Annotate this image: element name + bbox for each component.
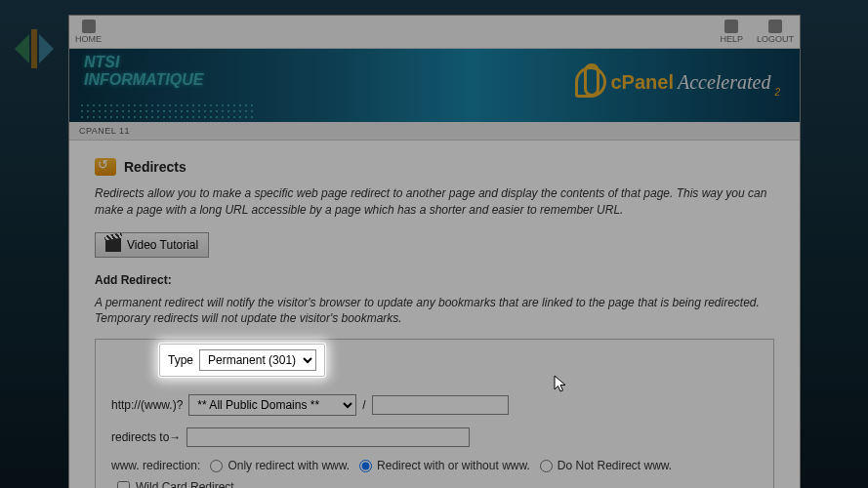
www-radio-both[interactable] bbox=[359, 460, 372, 472]
redirect-type-select[interactable]: Permanent (301) bbox=[199, 349, 316, 371]
domain-row: http://(www.)? ** All Public Domains ** … bbox=[111, 394, 758, 416]
cpanel-logo-icon bbox=[575, 66, 606, 98]
banner-title: NTSI INFORMATIQUE bbox=[84, 54, 203, 88]
page-intro: Redirects allow you to make a specific w… bbox=[95, 185, 774, 219]
top-nav: HOME HELP LOGOUT bbox=[69, 16, 800, 49]
www-option-none[interactable]: Do Not Redirect www. bbox=[540, 459, 672, 472]
path-input[interactable] bbox=[372, 395, 509, 415]
dest-label: redirects to→ bbox=[111, 430, 181, 444]
nav-home-label: HOME bbox=[75, 34, 102, 44]
nav-logout-label: LOGOUT bbox=[757, 34, 794, 44]
clapperboard-icon bbox=[105, 238, 121, 252]
destination-input[interactable] bbox=[186, 427, 470, 447]
page-title: Redirects bbox=[124, 159, 186, 175]
type-label: Type bbox=[168, 353, 193, 367]
path-separator: / bbox=[362, 398, 365, 412]
banner: NTSI INFORMATIQUE cPanel Accelerated 2 bbox=[69, 49, 800, 122]
nav-help-label: HELP bbox=[720, 34, 743, 44]
home-icon bbox=[82, 20, 96, 33]
video-button-label: Video Tutorial bbox=[127, 238, 198, 252]
banner-decoration bbox=[79, 102, 255, 120]
wildcard-checkbox[interactable] bbox=[117, 481, 130, 488]
www-radio-none[interactable] bbox=[540, 460, 553, 472]
type-row-highlight: Type Permanent (301) bbox=[159, 344, 325, 377]
www-radio-only[interactable] bbox=[210, 460, 223, 472]
dest-row: redirects to→ bbox=[111, 427, 758, 447]
redirects-icon bbox=[95, 158, 116, 176]
nav-home[interactable]: HOME bbox=[75, 20, 102, 44]
www-label: www. redirection: bbox=[111, 459, 200, 472]
help-icon bbox=[724, 20, 738, 33]
logout-icon bbox=[768, 20, 782, 33]
domain-label: http://(www.)? bbox=[111, 398, 183, 412]
domain-select[interactable]: ** All Public Domains ** bbox=[188, 394, 356, 416]
nav-help[interactable]: HELP bbox=[720, 20, 743, 44]
wildcard-row: Wild Card Redirect bbox=[111, 480, 758, 488]
breadcrumb: CPANEL 11 bbox=[69, 122, 800, 141]
www-option-only[interactable]: Only redirect with www. bbox=[210, 459, 350, 472]
wildcard-label: Wild Card Redirect bbox=[136, 480, 234, 488]
background-logo bbox=[5, 20, 63, 78]
www-option-both[interactable]: Redirect with or without www. bbox=[359, 459, 530, 472]
video-tutorial-button[interactable]: Video Tutorial bbox=[95, 232, 209, 258]
cpanel-brand: cPanel Accelerated 2 bbox=[575, 66, 780, 98]
svg-rect-0 bbox=[31, 29, 37, 68]
add-redirect-intro: A permanent redirect will notify the vis… bbox=[95, 295, 774, 328]
content-area: Redirects Redirects allow you to make a … bbox=[69, 141, 800, 488]
add-redirect-heading: Add Redirect: bbox=[95, 273, 774, 287]
nav-logout[interactable]: LOGOUT bbox=[757, 20, 794, 44]
www-redirection-row: www. redirection: Only redirect with www… bbox=[111, 459, 758, 472]
cpanel-window: HOME HELP LOGOUT NTSI INFORMATIQUE cPane… bbox=[68, 15, 801, 488]
